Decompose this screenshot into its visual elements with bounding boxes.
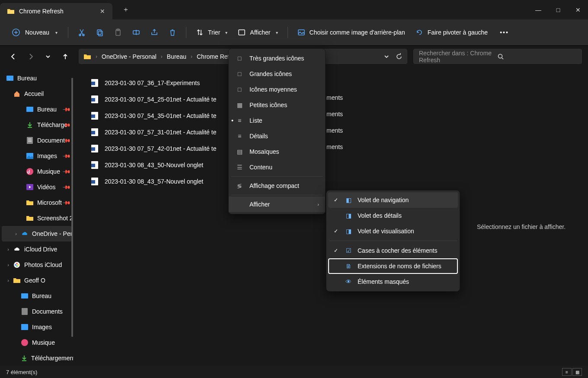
menu-item-small-icons[interactable]: ▦Petites icônes (229, 97, 325, 113)
sidebar-item-downloads2[interactable]: Téléchargement (0, 350, 74, 366)
menu-item-list[interactable]: ≡Liste (229, 113, 325, 128)
thumbnails-view-button[interactable]: ▦ (572, 368, 582, 376)
share-icon (150, 29, 158, 36)
sidebar-item-documents[interactable]: Document📌 (0, 133, 74, 148)
word-doc-icon (91, 145, 99, 152)
sidebar-item-label: Téléchargement (31, 355, 74, 362)
rename-icon (132, 29, 140, 36)
sidebar-item-music[interactable]: Musique📌 (0, 164, 74, 179)
menu-label: Afficher (249, 201, 270, 208)
sidebar-item-label: Documents (32, 308, 63, 315)
menu-separator (231, 176, 323, 177)
details-view-button[interactable]: ≡ (562, 368, 572, 376)
cut-button[interactable] (74, 25, 90, 40)
sidebar-item-images2[interactable]: Images (0, 319, 74, 335)
tab-title: Chrome Refresh (19, 8, 93, 15)
sidebar-item-music2[interactable]: Musique (0, 335, 74, 350)
share-button[interactable] (146, 25, 163, 40)
tab-active[interactable]: Chrome Refresh ✕ (0, 3, 112, 19)
up-button[interactable] (58, 49, 73, 64)
breadcrumb[interactable]: OneDrive - Personal (102, 53, 157, 60)
folder-icon (13, 276, 21, 284)
rename-button[interactable] (128, 25, 144, 40)
details-icon: ≡ (236, 133, 243, 140)
menu-item-hidden[interactable]: 👁Éléments masqués (328, 274, 458, 289)
menu-item-details[interactable]: ≡Détails (229, 128, 325, 144)
menu-item-extensions[interactable]: 🗎Extensions de noms de fichiers (328, 258, 458, 274)
menu-item-show[interactable]: Afficher› (229, 197, 325, 212)
collapse-icon[interactable]: ⌄ (13, 91, 19, 97)
menu-item-preview-pane[interactable]: ✓◨Volet de visualisation (328, 223, 458, 239)
menu-label: Détails (249, 133, 268, 140)
menu-label: Mosaïques (249, 148, 279, 155)
sidebar-item-onedrive[interactable]: ›OneDrive - Per (2, 226, 72, 241)
sidebar-item-downloads[interactable]: Télécharge📌 (0, 117, 74, 133)
expand-icon[interactable]: › (5, 262, 11, 267)
sort-button[interactable]: Trier ▾ (192, 25, 232, 40)
folder-icon (26, 199, 34, 206)
new-tab-button[interactable]: ＋ (119, 3, 133, 17)
svg-point-21 (16, 263, 18, 264)
svg-rect-8 (239, 30, 245, 35)
file-name-partial: ments (326, 111, 343, 118)
sidebar-item-videos[interactable]: Vidéos📌 (0, 179, 74, 195)
chevron-right-icon: › (317, 202, 319, 207)
collapse-icon[interactable]: ⌄ (6, 76, 12, 81)
back-button[interactable] (6, 49, 21, 64)
menu-item-extra-large-icons[interactable]: □Très grandes icônes (229, 51, 325, 66)
expand-icon[interactable]: › (13, 231, 19, 236)
sidebar-item-icloud[interactable]: ›iCloud Drive (0, 241, 74, 257)
delete-button[interactable] (164, 25, 181, 40)
paste-button[interactable] (110, 25, 126, 40)
recent-button[interactable] (41, 49, 55, 64)
refresh-button[interactable] (396, 53, 403, 60)
menu-item-content[interactable]: ☰Contenu (229, 159, 325, 175)
word-doc-icon (91, 178, 99, 185)
folder-icon (83, 54, 91, 60)
scrollbar[interactable] (71, 78, 73, 337)
menu-item-compact[interactable]: ≶Affichage compact (229, 178, 325, 194)
sidebar-item-bureau-root[interactable]: ⌄ Bureau (0, 70, 74, 86)
new-button[interactable]: Nouveau ▾ (7, 25, 63, 40)
address-dropdown-button[interactable] (383, 54, 390, 60)
expand-icon[interactable]: › (5, 247, 11, 252)
forward-button[interactable] (23, 49, 38, 64)
expand-icon[interactable]: › (5, 278, 11, 283)
sidebar-item-documents2[interactable]: Documents (0, 304, 74, 319)
view-button-label: Afficher (250, 29, 270, 36)
menu-item-nav-pane[interactable]: ✓◧Volet de navigation (328, 192, 458, 208)
view-button[interactable]: Afficher ▾ (233, 25, 282, 40)
sidebar-item-bureau2[interactable]: Bureau (0, 288, 74, 304)
copy-button[interactable] (92, 25, 108, 40)
rotate-left-button[interactable]: Faire pivoter à gauche (411, 25, 492, 40)
more-button[interactable]: ••• (495, 25, 513, 40)
sidebar-item-images[interactable]: Images📌 (0, 148, 74, 164)
breadcrumb[interactable]: Bureau (167, 53, 186, 60)
tab-close-button[interactable]: ✕ (98, 6, 107, 16)
document-icon (26, 137, 34, 144)
maximize-button[interactable]: □ (548, 1, 568, 19)
file-name: 2023-01-30 08_43_57-Nouvel onglet (105, 178, 203, 185)
preview-pane: Sélectionnez un fichier à afficher. (454, 67, 588, 378)
sidebar-item-screenshot[interactable]: Screenshot 2 (0, 210, 74, 226)
sidebar-item-microsoft[interactable]: Microsoft📌 (0, 195, 74, 210)
sidebar-item-bureau[interactable]: Bureau📌 (0, 102, 74, 117)
search-input[interactable]: Rechercher dans : Chrome Refresh (413, 49, 582, 64)
set-wallpaper-button[interactable]: Choisir comme image d'arrière-plan (293, 25, 409, 40)
chevron-right-icon: › (191, 54, 192, 60)
menu-item-tiles[interactable]: ▤Mosaïques (229, 144, 325, 159)
file-name-partial: ments (326, 94, 343, 101)
menu-item-medium-icons[interactable]: □Icônes moyennes (229, 82, 325, 97)
word-doc-icon (91, 112, 99, 120)
view-menu: □Très grandes icônes □Grandes icônes □Ic… (228, 48, 326, 214)
sidebar-item-photos-icloud[interactable]: ›Photos iCloud (0, 257, 74, 273)
minimize-button[interactable]: — (528, 1, 548, 19)
sidebar-item-label: iCloud Drive (24, 246, 57, 253)
menu-item-checkboxes[interactable]: ✓☑Cases à cocher des éléments (328, 243, 458, 258)
menu-item-large-icons[interactable]: □Grandes icônes (229, 66, 325, 82)
sidebar-item-accueil[interactable]: ⌄ Accueil (0, 86, 74, 102)
word-doc-icon (91, 128, 99, 136)
close-button[interactable]: ✕ (568, 1, 588, 19)
menu-item-details-pane[interactable]: ◨Volet des détails (328, 208, 458, 223)
sidebar-item-user[interactable]: ›Geoff O (0, 273, 74, 288)
